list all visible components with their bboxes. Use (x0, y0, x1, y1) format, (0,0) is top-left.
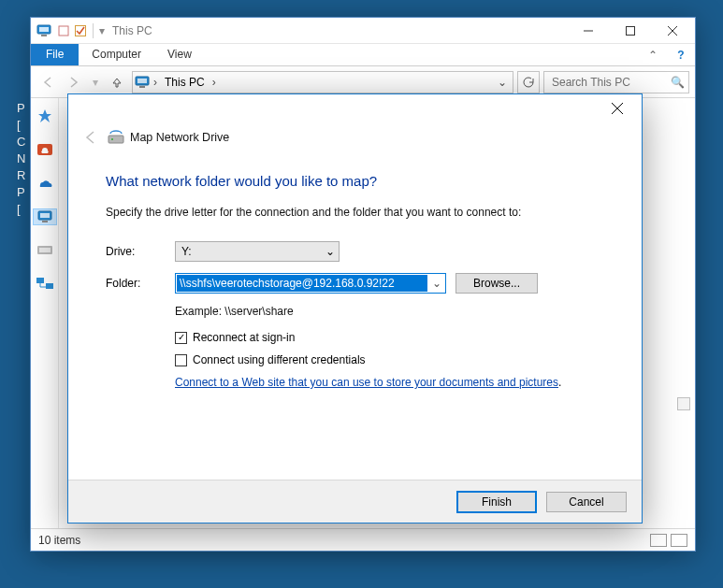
tab-computer[interactable]: Computer (79, 44, 154, 65)
network-icon[interactable] (36, 276, 53, 293)
svg-rect-22 (108, 136, 123, 143)
nav-pane[interactable] (31, 98, 59, 528)
map-network-drive-dialog: Map Network Drive What network folder wo… (67, 93, 643, 523)
svg-rect-10 (137, 79, 147, 83)
dialog-footer: Finish Cancel (68, 480, 642, 523)
status-bar: 10 items (31, 528, 695, 551)
chevron-down-icon: ⌄ (325, 245, 335, 258)
onedrive-icon[interactable] (36, 175, 53, 192)
status-item-count: 10 items (38, 534, 80, 547)
dialog-heading: What network folder would you like to ma… (106, 173, 604, 189)
nav-up-button[interactable] (106, 71, 128, 93)
svg-rect-1 (39, 27, 49, 32)
view-large-icons-button[interactable] (671, 534, 687, 547)
cancel-button[interactable]: Cancel (546, 492, 627, 512)
svg-rect-6 (626, 26, 634, 35)
drive-label: Drive: (106, 245, 175, 258)
ribbon: File Computer View ⌃ ? (31, 44, 695, 66)
search-box[interactable]: 🔍 (543, 71, 689, 93)
help-icon[interactable]: ? (667, 44, 695, 65)
svg-point-23 (111, 138, 113, 140)
nav-recent-dropdown[interactable]: ▾ (89, 71, 102, 93)
drive-select[interactable]: Y: ⌄ (175, 241, 340, 262)
dialog-subtext: Specify the drive letter for the connect… (106, 206, 604, 219)
this-pc-icon (36, 23, 51, 38)
reconnect-checkbox-row[interactable]: Reconnect at sign-in (175, 331, 604, 344)
svg-rect-11 (139, 86, 145, 88)
drive-icon[interactable] (36, 242, 53, 259)
chevron-down-icon[interactable]: ⌄ (428, 277, 445, 290)
separator (93, 23, 94, 38)
dialog-titlebar[interactable] (68, 94, 642, 122)
svg-rect-15 (42, 221, 48, 222)
close-button[interactable] (651, 18, 693, 44)
dialog-back-button[interactable] (80, 126, 102, 149)
nav-forward-button[interactable] (63, 71, 85, 93)
chevron-right-icon[interactable]: › (212, 76, 216, 89)
credentials-checkbox-row[interactable]: Connect using different credentials (175, 353, 604, 366)
connect-website-link[interactable]: Connect to a Web site that you can use t… (175, 376, 558, 389)
qat-checkbox-icon[interactable] (74, 24, 87, 37)
link-trailing-period: . (558, 376, 561, 389)
address-bar[interactable]: › This PC › ⌄ (132, 71, 513, 93)
svg-rect-17 (39, 248, 51, 252)
reconnect-label: Reconnect at sign-in (193, 331, 295, 344)
finish-button[interactable]: Finish (456, 491, 537, 513)
dialog-title: Map Network Drive (130, 131, 229, 144)
desktop-edge-labels: P [ C N R P [ (17, 101, 25, 217)
svg-rect-2 (41, 35, 47, 36)
search-input[interactable] (550, 75, 667, 90)
folder-value: \\sshfs\veerotechstorage@192.168.0.92!22 (177, 275, 427, 292)
this-pc-icon (135, 75, 150, 90)
maximize-button[interactable] (609, 18, 651, 44)
search-icon: 🔍 (671, 76, 685, 89)
explorer-titlebar[interactable]: ▾ This PC (31, 18, 695, 44)
nav-back-button[interactable] (36, 71, 59, 93)
address-dropdown-icon[interactable]: ⌄ (494, 76, 511, 89)
qat-properties-icon[interactable] (57, 24, 70, 37)
svg-rect-14 (40, 213, 50, 218)
dialog-header: Map Network Drive (68, 122, 642, 160)
qat-dropdown-icon[interactable]: ▾ (99, 24, 105, 37)
folder-combobox[interactable]: \\sshfs\veerotechstorage@192.168.0.92!22… (175, 273, 446, 294)
dialog-body: What network folder would you like to ma… (68, 160, 642, 480)
minimize-button[interactable] (567, 18, 609, 44)
ribbon-minimize-icon[interactable]: ⌃ (639, 44, 667, 65)
quick-access-toolbar (57, 24, 87, 37)
tab-view[interactable]: View (154, 44, 205, 65)
refresh-button[interactable] (517, 71, 540, 93)
folder-label: Folder: (106, 277, 175, 290)
svg-rect-3 (59, 26, 68, 36)
creative-cloud-icon[interactable] (36, 141, 53, 158)
svg-rect-18 (36, 278, 44, 283)
chevron-right-icon[interactable]: › (153, 76, 157, 89)
view-details-button[interactable] (650, 534, 667, 547)
drive-select-value: Y: (181, 245, 192, 258)
folder-example: Example: \\server\share (175, 305, 604, 318)
file-tab[interactable]: File (31, 44, 79, 65)
quick-access-icon[interactable] (36, 108, 53, 124)
this-pc-nav-icon[interactable] (33, 208, 57, 225)
credentials-checkbox[interactable] (175, 354, 187, 366)
breadcrumb-item[interactable]: This PC (161, 74, 209, 91)
reconnect-checkbox[interactable] (175, 332, 187, 344)
credentials-label: Connect using different credentials (193, 353, 366, 366)
browse-button[interactable]: Browse... (455, 273, 538, 294)
network-drive-icon (108, 129, 124, 146)
window-title: This PC (112, 24, 152, 37)
close-button[interactable] (597, 95, 638, 122)
